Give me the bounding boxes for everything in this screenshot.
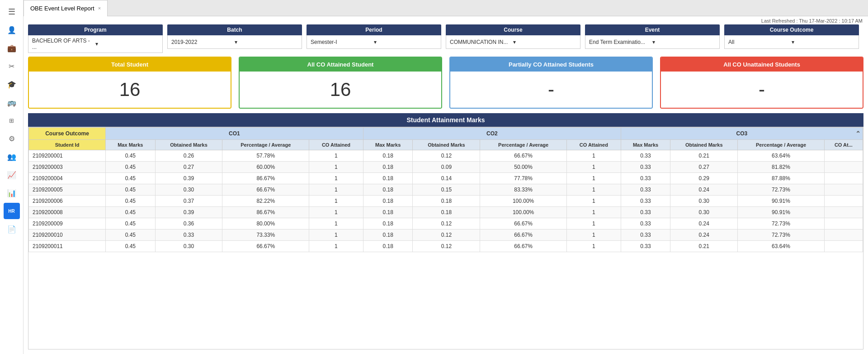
table-cell: 72.73% bbox=[738, 184, 825, 196]
program-select[interactable]: BACHELOR OF ARTS - ... ▾ bbox=[28, 35, 163, 53]
summary-cards: Total Student 16 All CO Attained Student… bbox=[24, 57, 868, 113]
table-cell: 82.22% bbox=[222, 196, 309, 207]
partial-attained-label: Partially CO Attained Students bbox=[450, 57, 652, 72]
course-select[interactable]: COMMUNICATION IN... ▾ bbox=[446, 35, 580, 49]
period-select[interactable]: Semester-I ▾ bbox=[307, 35, 441, 49]
table-cell: 86.67% bbox=[222, 207, 309, 218]
tools-icon[interactable]: ✂ bbox=[4, 58, 20, 74]
table-cell: 0.33 bbox=[621, 241, 670, 252]
program-label: Program bbox=[28, 24, 163, 35]
table-cell: 90.91% bbox=[738, 207, 825, 218]
briefcase-icon[interactable]: 💼 bbox=[4, 40, 20, 56]
table-row: 21092000060.450.3782.22%10.180.18100.00%… bbox=[29, 196, 863, 207]
table-cell: 1 bbox=[566, 241, 621, 252]
event-chevron: ▾ bbox=[652, 39, 716, 45]
table-cell: 87.88% bbox=[738, 173, 825, 184]
table-cell: 66.67% bbox=[222, 184, 309, 196]
refresh-timestamp: Last Refreshed : Thu 17-Mar-2022 : 10:17… bbox=[761, 18, 863, 24]
table-cell: 0.14 bbox=[413, 173, 480, 184]
table-cell: 0.45 bbox=[106, 196, 156, 207]
table-cell: 50.00% bbox=[480, 162, 567, 173]
co1-group-header: CO1 bbox=[106, 128, 363, 140]
table-cell: 63.64% bbox=[738, 150, 825, 162]
layers-icon[interactable]: ⊞ bbox=[4, 112, 20, 129]
document-icon[interactable]: 📄 bbox=[4, 221, 20, 237]
co3-obtained-subheader: Obtained Marks bbox=[670, 140, 738, 150]
table-cell: 1 bbox=[566, 150, 621, 162]
table-cell: 60.00% bbox=[222, 162, 309, 173]
table-cell: 0.27 bbox=[155, 162, 222, 173]
table-cell: 1 bbox=[566, 196, 621, 207]
hr-icon[interactable]: HR bbox=[4, 203, 20, 219]
course-outcome-value: All bbox=[728, 39, 792, 45]
refresh-bar: Last Refreshed : Thu 17-Mar-2022 : 10:17… bbox=[24, 16, 868, 24]
table-cell: 1 bbox=[309, 230, 363, 241]
graduation-icon[interactable]: 🎓 bbox=[4, 76, 20, 92]
table-cell: 100.00% bbox=[480, 207, 567, 218]
table-cell: 0.15 bbox=[413, 184, 480, 196]
table-cell bbox=[824, 218, 863, 230]
course-label: Course bbox=[446, 24, 580, 35]
course-outcome-select[interactable]: All ▾ bbox=[724, 35, 859, 49]
co2-max-subheader: Max Marks bbox=[363, 140, 413, 150]
bus-icon[interactable]: 🚌 bbox=[4, 94, 20, 110]
sidebar: ☰ 👤 💼 ✂ 🎓 🚌 ⊞ ⚙ 👥 📈 📊 HR 📄 bbox=[0, 0, 24, 354]
partial-attained-value: - bbox=[450, 72, 652, 108]
batch-select[interactable]: 2019-2022 ▾ bbox=[167, 35, 302, 49]
table-cell: 0.26 bbox=[155, 150, 222, 162]
tab-close-icon[interactable]: × bbox=[98, 5, 101, 11]
sub-header-row: Student Id Max Marks Obtained Marks Perc… bbox=[29, 140, 863, 150]
table-cell: 77.78% bbox=[480, 173, 567, 184]
obe-event-report-tab[interactable]: OBE Event Level Report × bbox=[24, 0, 108, 16]
table-cell: 72.73% bbox=[738, 218, 825, 230]
table-cell: 72.73% bbox=[738, 230, 825, 241]
table-body: 21092000010.450.2657.78%10.180.1266.67%1… bbox=[29, 150, 863, 252]
table-cell: 0.18 bbox=[363, 207, 413, 218]
co1-pct-subheader: Percentage / Average bbox=[222, 140, 309, 150]
event-filter: Event End Term Examinatio... ▾ bbox=[585, 24, 720, 53]
table-cell: 1 bbox=[566, 230, 621, 241]
table-cell: 0.45 bbox=[106, 230, 156, 241]
table-row: 21092000040.450.3986.67%10.180.1477.78%1… bbox=[29, 173, 863, 184]
co3-group-header: CO3 ⌃ bbox=[621, 128, 863, 140]
co3-max-subheader: Max Marks bbox=[621, 140, 670, 150]
table-cell: 0.33 bbox=[621, 207, 670, 218]
partial-attained-card: Partially CO Attained Students - bbox=[449, 57, 653, 109]
table-cell: 1 bbox=[309, 173, 363, 184]
content-area: Last Refreshed : Thu 17-Mar-2022 : 10:17… bbox=[24, 16, 868, 354]
user-icon[interactable]: 👤 bbox=[4, 22, 20, 38]
table-cell: 2109200003 bbox=[29, 162, 106, 173]
unattained-value: - bbox=[661, 72, 863, 108]
co3-pct-subheader: Percentage / Average bbox=[738, 140, 825, 150]
table-cell: 0.33 bbox=[621, 184, 670, 196]
table-cell: 2109200005 bbox=[29, 184, 106, 196]
trend-icon[interactable]: 📈 bbox=[4, 167, 20, 183]
table-cell: 0.18 bbox=[363, 218, 413, 230]
bar-chart-icon[interactable]: 📊 bbox=[4, 185, 20, 201]
table-cell: 2109200009 bbox=[29, 218, 106, 230]
table-cell: 2109200008 bbox=[29, 207, 106, 218]
table-cell: 0.45 bbox=[106, 207, 156, 218]
group-icon[interactable]: 👥 bbox=[4, 148, 20, 165]
table-cell: 0.18 bbox=[413, 196, 480, 207]
batch-label: Batch bbox=[167, 24, 302, 35]
event-select[interactable]: End Term Examinatio... ▾ bbox=[585, 35, 720, 49]
table-row: 21092000100.450.3373.33%10.180.1266.67%1… bbox=[29, 230, 863, 241]
table-cell: 1 bbox=[566, 218, 621, 230]
sidebar-toggle[interactable]: ☰ bbox=[4, 4, 20, 20]
table-cell: 0.36 bbox=[155, 218, 222, 230]
attainment-table: Course Outcome CO1 CO2 CO3 ⌃ Student Id … bbox=[28, 127, 863, 252]
table-cell: 1 bbox=[566, 162, 621, 173]
total-student-value: 16 bbox=[29, 72, 231, 108]
table-wrapper[interactable]: Course Outcome CO1 CO2 CO3 ⌃ Student Id … bbox=[28, 127, 863, 349]
table-cell: 0.29 bbox=[670, 173, 738, 184]
filters-row: Program BACHELOR OF ARTS - ... ▾ Batch 2… bbox=[24, 24, 868, 57]
table-cell: 0.45 bbox=[106, 162, 156, 173]
gear-icon[interactable]: ⚙ bbox=[4, 130, 20, 147]
table-cell bbox=[824, 150, 863, 162]
table-cell: 66.67% bbox=[480, 218, 567, 230]
table-row: 21092000110.450.3066.67%10.180.1266.67%1… bbox=[29, 241, 863, 252]
table-cell: 0.18 bbox=[363, 196, 413, 207]
program-filter: Program BACHELOR OF ARTS - ... ▾ bbox=[28, 24, 163, 53]
table-cell: 0.18 bbox=[413, 207, 480, 218]
